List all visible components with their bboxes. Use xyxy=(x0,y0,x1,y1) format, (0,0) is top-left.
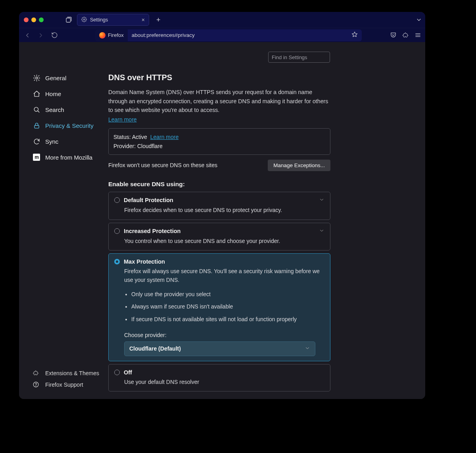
close-window-button[interactable] xyxy=(24,17,29,22)
svg-rect-4 xyxy=(34,125,38,128)
close-tab-button[interactable]: × xyxy=(142,17,145,23)
new-tab-button[interactable]: + xyxy=(156,16,161,24)
url-text: about:preferences#privacy xyxy=(128,32,199,38)
svg-point-6 xyxy=(36,386,36,386)
section-heading: DNS over HTTPS xyxy=(108,73,330,82)
option-increased-protection[interactable]: Increased Protection You control when to… xyxy=(108,223,330,251)
preferences-content: General Home Search Privacy & Security S… xyxy=(19,42,425,399)
option-desc-text: Firefox will always use secure DNS. You'… xyxy=(124,268,320,283)
exceptions-text: Firefox won't use secure DNS on these si… xyxy=(108,162,217,168)
radio-icon-selected xyxy=(114,259,120,264)
puzzle-icon xyxy=(33,370,40,376)
link-label: Extensions & Themes xyxy=(45,370,99,376)
list-all-tabs-button[interactable] xyxy=(416,17,422,23)
exceptions-row: Firefox won't use secure DNS on these si… xyxy=(108,160,330,171)
gear-icon xyxy=(33,74,40,82)
dropdown-value: Cloudflare (Default) xyxy=(129,345,181,352)
dns-over-https-section: DNS over HTTPS Domain Name System (DNS) … xyxy=(108,63,330,391)
option-max-protection[interactable]: Max Protection Firefox will always use s… xyxy=(108,253,330,361)
sidebar-item-general[interactable]: General xyxy=(33,70,108,86)
bullet-item: Always warn if secure DNS isn't availabl… xyxy=(131,303,324,311)
nav-toolbar: Firefox about:preferences#privacy xyxy=(19,28,425,42)
back-button[interactable] xyxy=(23,31,32,40)
status-value: Active xyxy=(132,134,147,140)
sidebar-item-more-mozilla[interactable]: m More from Mozilla xyxy=(33,149,108,165)
svg-point-1 xyxy=(83,19,85,20)
svg-rect-0 xyxy=(66,18,71,23)
reload-button[interactable] xyxy=(50,31,59,40)
sidebar-item-label: Sync xyxy=(45,138,58,145)
option-title: Max Protection xyxy=(124,258,165,265)
url-bar[interactable]: Firefox about:preferences#privacy xyxy=(95,29,362,41)
sidebar-item-label: More from Mozilla xyxy=(45,154,92,161)
firefox-window: Settings × + Firefox about:preferences#p… xyxy=(19,12,425,399)
window-controls xyxy=(24,17,44,22)
svg-point-2 xyxy=(35,77,37,79)
option-desc: Firefox will always use secure DNS. You'… xyxy=(124,267,324,324)
tab-overview-icon[interactable] xyxy=(65,16,72,23)
titlebar: Settings × + xyxy=(19,12,425,28)
option-title: Default Protection xyxy=(124,197,173,203)
provider-dropdown[interactable]: Cloudflare (Default) xyxy=(124,341,315,356)
gear-icon xyxy=(81,17,87,23)
extensions-themes-link[interactable]: Extensions & Themes xyxy=(33,370,108,376)
radio-icon xyxy=(114,228,120,234)
sidebar-item-privacy[interactable]: Privacy & Security xyxy=(33,118,108,133)
option-title: Off xyxy=(124,369,132,376)
status-line: Status: Active Learn more xyxy=(113,133,325,141)
provider-value: Cloudflare xyxy=(137,143,163,149)
sidebar-item-sync[interactable]: Sync xyxy=(33,133,108,149)
link-label: Firefox Support xyxy=(45,382,83,388)
radio-icon xyxy=(114,370,120,375)
sidebar-item-label: Home xyxy=(45,91,61,97)
forward-button[interactable] xyxy=(36,31,45,40)
tab-title: Settings xyxy=(90,17,108,23)
maximize-window-button[interactable] xyxy=(39,17,44,22)
sync-icon xyxy=(33,138,40,145)
radio-icon xyxy=(114,197,120,203)
pocket-icon[interactable] xyxy=(390,32,397,39)
bullet-item: If secure DNS is not available sites wil… xyxy=(131,315,324,324)
provider-label: Provider: xyxy=(113,143,136,149)
find-in-settings-input[interactable] xyxy=(268,52,330,63)
sidebar-item-label: Search xyxy=(45,106,64,113)
option-desc: Firefox decides when to use secure DNS t… xyxy=(124,206,324,215)
lock-icon xyxy=(33,122,40,129)
option-desc: Use your default DNS resolver xyxy=(124,378,324,387)
enable-heading: Enable secure DNS using: xyxy=(108,181,330,188)
chevron-down-icon xyxy=(305,345,310,352)
minimize-window-button[interactable] xyxy=(31,17,36,22)
option-off[interactable]: Off Use your default DNS resolver xyxy=(108,364,330,392)
identity-box[interactable]: Firefox xyxy=(95,29,128,41)
bookmark-star-icon[interactable] xyxy=(347,31,362,39)
option-title: Increased Protection xyxy=(124,228,180,234)
app-menu-button[interactable] xyxy=(415,32,421,39)
extensions-icon[interactable] xyxy=(402,32,409,39)
sidebar-item-search[interactable]: Search xyxy=(33,102,108,118)
status-label: Status: xyxy=(113,134,131,140)
chevron-down-icon[interactable] xyxy=(319,197,324,204)
provider-line: Provider: Cloudflare xyxy=(113,142,325,150)
search-icon xyxy=(33,106,40,114)
option-default-protection[interactable]: Default Protection Firefox decides when … xyxy=(108,192,330,220)
categories-sidebar: General Home Search Privacy & Security S… xyxy=(19,42,108,399)
sidebar-item-home[interactable]: Home xyxy=(33,86,108,102)
tab-settings[interactable]: Settings × xyxy=(77,14,149,26)
learn-more-link[interactable]: Learn more xyxy=(108,116,137,123)
help-icon xyxy=(33,381,40,388)
chevron-down-icon[interactable] xyxy=(319,228,324,235)
identity-label: Firefox xyxy=(108,32,124,38)
sidebar-item-label: Privacy & Security xyxy=(45,122,94,129)
bullet-item: Only use the provider you select xyxy=(131,290,324,299)
section-description: Domain Name System (DNS) over HTTPS send… xyxy=(108,88,330,115)
home-icon xyxy=(33,90,40,98)
firefox-support-link[interactable]: Firefox Support xyxy=(33,381,108,388)
manage-exceptions-button[interactable]: Manage Exceptions... xyxy=(268,160,330,171)
sidebar-item-label: General xyxy=(45,75,66,81)
mozilla-icon: m xyxy=(33,154,40,161)
firefox-logo-icon xyxy=(99,32,106,39)
choose-provider-label: Choose provider: xyxy=(124,332,324,338)
doh-status-box: Status: Active Learn more Provider: Clou… xyxy=(108,128,330,155)
status-learn-more-link[interactable]: Learn more xyxy=(150,134,179,140)
main-panel: DNS over HTTPS Domain Name System (DNS) … xyxy=(108,42,425,399)
